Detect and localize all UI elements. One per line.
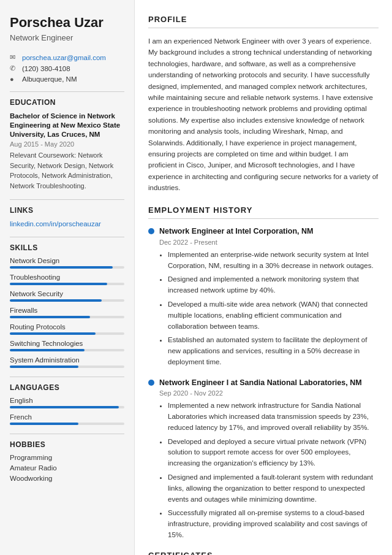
linkedin-link[interactable]: linkedin.com/in/porscheauzar — [10, 220, 101, 228]
employment-section: EMPLOYMENT HISTORY Network Engineer at I… — [148, 205, 379, 540]
skill-bar-fill — [10, 299, 102, 302]
skill-name: Network Design — [10, 257, 124, 264]
skills-section-title: SKILLS — [10, 243, 124, 252]
education-divider — [10, 91, 124, 92]
skill-bar-bg — [10, 299, 124, 302]
language-name: English — [10, 397, 124, 404]
skill-bar-bg — [10, 349, 124, 351]
job-dot — [148, 380, 154, 386]
hobbies-section-title: HOBBIES — [10, 440, 124, 449]
hobby-item: Programming — [10, 454, 124, 461]
phone-text: (120) 380-4108 — [22, 65, 70, 72]
skills-divider — [10, 237, 124, 237]
education-dates: Aug 2015 - May 2020 — [10, 140, 124, 148]
job-entry: Network Engineer at Intel Corporation, N… — [148, 226, 379, 367]
certificates-section-title: CERTIFICATES — [148, 551, 379, 555]
skill-bar-bg — [10, 266, 124, 269]
linkedin-link-item: linkedin.com/in/porscheauzar — [10, 220, 124, 228]
resume-container: Porschea Uzar Network Engineer ✉ porsche… — [0, 0, 392, 555]
profile-section-title: PROFILE — [148, 15, 379, 24]
languages-section-title: LANGUAGES — [10, 383, 124, 392]
certificates-section: CERTIFICATES Cisco Certified Network Pro… — [148, 551, 379, 555]
skill-item: Network Design — [10, 257, 124, 269]
bullet-item: Designed and implemented a network monit… — [168, 274, 379, 296]
bullet-item: Developed and deployed a secure virtual … — [168, 437, 379, 469]
coursework-label: Relevant Coursework: — [10, 151, 76, 159]
sidebar: Porschea Uzar Network Engineer ✉ porsche… — [0, 0, 135, 555]
email-icon: ✉ — [10, 53, 18, 61]
language-name: French — [10, 413, 124, 421]
skill-bar-bg — [10, 316, 124, 318]
hobbies-list: ProgrammingAmateur RadioWoodworking — [10, 454, 124, 482]
skill-name: System Administration — [10, 356, 124, 364]
job-bullets: Implemented an enterprise-wide network s… — [159, 250, 379, 368]
languages-list: English French — [10, 397, 124, 425]
job-header: Network Engineer I at Sandia National La… — [148, 378, 379, 388]
contact-location: ● Albuquerque, NM — [10, 75, 124, 83]
job-bullets: Implemented a new network infrastructure… — [159, 400, 379, 541]
candidate-title: Network Engineer — [10, 33, 124, 42]
phone-icon: ✆ — [10, 64, 18, 72]
bullet-item: Implemented a new network infrastructure… — [168, 400, 379, 433]
candidate-name: Porschea Uzar — [10, 15, 124, 31]
bullet-item: Developed a multi-site wide area network… — [168, 299, 379, 332]
hobby-item: Amateur Radio — [10, 464, 124, 472]
bullet-item: Designed and implemented a fault-toleran… — [168, 472, 379, 505]
language-bar-bg — [10, 423, 124, 425]
education-degree: Bachelor of Science in Network Engineeri… — [10, 112, 124, 139]
profile-divider — [148, 28, 379, 28]
language-bar-bg — [10, 406, 124, 408]
hobbies-divider — [10, 434, 124, 434]
contact-email: ✉ porschea.uzar@gmail.com — [10, 53, 124, 61]
language-bar-fill — [10, 423, 78, 425]
skill-item: Switching Technologies — [10, 340, 124, 351]
links-divider — [10, 199, 124, 200]
links-section-title: LINKS — [10, 206, 124, 215]
education-coursework: Relevant Coursework: Network Security, N… — [10, 150, 124, 191]
jobs-list: Network Engineer at Intel Corporation, N… — [148, 226, 379, 540]
skill-name: Firewalls — [10, 307, 124, 314]
location-icon: ● — [10, 75, 18, 83]
bullet-item: Implemented an enterprise-wide network s… — [168, 250, 379, 272]
language-item: French — [10, 413, 124, 425]
skill-bar-bg — [10, 366, 124, 368]
hobby-item: Woodworking — [10, 475, 124, 482]
job-entry: Network Engineer I at Sandia National La… — [148, 378, 379, 541]
skill-item: Troubleshooting — [10, 274, 124, 285]
skill-bar-bg — [10, 332, 124, 335]
bullet-item: Successfully migrated all on-premise sys… — [168, 508, 379, 540]
skill-item: System Administration — [10, 356, 124, 368]
skill-item: Routing Protocols — [10, 323, 124, 335]
skill-bar-bg — [10, 283, 124, 285]
skill-item: Firewalls — [10, 307, 124, 318]
job-header: Network Engineer at Intel Corporation, N… — [148, 226, 379, 236]
skill-bar-fill — [10, 266, 113, 269]
skill-name: Switching Technologies — [10, 340, 124, 347]
skill-bar-fill — [10, 366, 78, 368]
skill-name: Troubleshooting — [10, 274, 124, 281]
skill-bar-fill — [10, 332, 96, 335]
email-link[interactable]: porschea.uzar@gmail.com — [22, 54, 106, 61]
skill-bar-fill — [10, 316, 90, 318]
location-text: Albuquerque, NM — [22, 75, 77, 83]
job-dates: Sep 2020 - Nov 2022 — [159, 389, 379, 397]
bullet-item: Established an automated system to facil… — [168, 335, 379, 367]
skill-bar-fill — [10, 283, 107, 285]
languages-divider — [10, 377, 124, 377]
job-title: Network Engineer I at Sandia National La… — [159, 378, 362, 388]
job-dates: Dec 2022 - Present — [159, 239, 379, 246]
job-title: Network Engineer at Intel Corporation, N… — [159, 226, 313, 236]
job-dot — [148, 228, 154, 234]
profile-section: PROFILE I am an experienced Network Engi… — [148, 15, 379, 193]
skill-bar-fill — [10, 349, 85, 351]
language-bar-fill — [10, 406, 119, 408]
contact-phone: ✆ (120) 380-4108 — [10, 64, 124, 72]
skill-name: Routing Protocols — [10, 323, 124, 331]
education-section-title: EDUCATION — [10, 98, 124, 107]
skills-list: Network Design Troubleshooting Network S… — [10, 257, 124, 368]
language-item: English — [10, 397, 124, 408]
profile-text: I am an experienced Network Engineer wit… — [148, 36, 379, 193]
skill-item: Network Security — [10, 290, 124, 302]
main-content: PROFILE I am an experienced Network Engi… — [135, 0, 392, 555]
employment-section-title: EMPLOYMENT HISTORY — [148, 205, 379, 215]
